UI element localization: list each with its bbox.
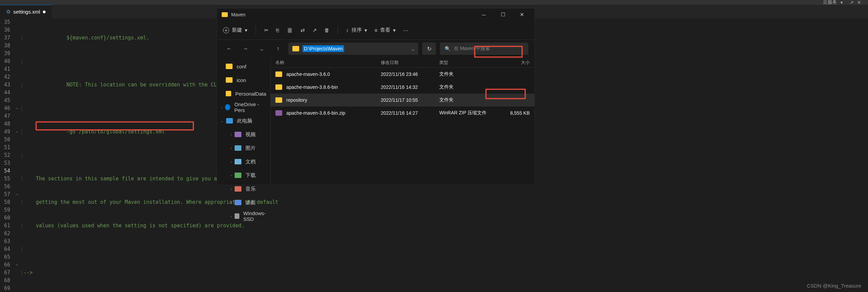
delete-button[interactable]: 🗑 <box>324 27 329 33</box>
col-date[interactable]: 修改日期 <box>381 60 439 66</box>
sidebar-item-music[interactable]: ›音乐 <box>217 182 270 196</box>
column-headers[interactable]: 名称 修改日期 类型 大小 <box>271 58 534 68</box>
recent-button[interactable]: ⌵ <box>256 43 268 55</box>
folder-icon <box>292 46 299 51</box>
zip-icon <box>275 110 282 116</box>
back-button[interactable]: ← <box>223 43 235 55</box>
sidebar-item-pictures[interactable]: ›图片 <box>217 141 270 155</box>
maximize-button[interactable]: ☐ <box>495 9 511 21</box>
chevron-right-icon: › <box>231 187 232 191</box>
search-icon: 🔍 <box>445 46 450 51</box>
view-button[interactable]: ≡ 查看 ▾ <box>375 27 396 33</box>
folder-icon <box>226 77 233 83</box>
address-bar[interactable]: D:\Projects\Maven ⌵ <box>288 43 418 55</box>
sidebar-item-onedrive[interactable]: ›OneDrive - Pers <box>217 100 270 114</box>
watermark: CSDN @King_Treasure <box>807 283 861 289</box>
folder-icon <box>222 12 228 17</box>
download-icon <box>235 173 241 178</box>
folder-icon <box>275 84 282 90</box>
folder-icon <box>275 71 282 77</box>
col-type[interactable]: 类型 <box>439 60 498 66</box>
file-row[interactable]: apache-maven-3.6.0 2022/11/16 23:46 文件夹 <box>271 68 534 81</box>
search-placeholder: 在 Maven 中搜索 <box>454 46 490 52</box>
explorer-body: conf icon PersonalData ›OneDrive - Pers … <box>217 58 534 185</box>
document-icon <box>235 159 241 164</box>
sidebar-item-pc[interactable]: ⌵此电脑 <box>217 114 270 128</box>
sidebar: conf icon PersonalData ›OneDrive - Pers … <box>217 58 271 185</box>
file-icon: ⚙ <box>6 9 11 15</box>
file-list: 名称 修改日期 类型 大小 apache-maven-3.6.0 2022/11… <box>271 58 534 185</box>
cut-button[interactable]: ✂ <box>264 27 269 33</box>
sidebar-item-video[interactable]: ›视频 <box>217 128 270 141</box>
search-box[interactable]: 🔍 在 Maven 中搜索 <box>440 43 528 55</box>
file-explorer-window: Maven ─ ☐ ✕ +新建▾ ✂ ⎘ 📋 ⇄ ↗ 🗑 ↕ 排序 ▾ ≡ 查看… <box>217 8 535 185</box>
drive-icon <box>235 213 239 219</box>
address-text: D:\Projects\Maven <box>303 45 344 52</box>
chevron-down-icon: ▾ <box>840 0 843 5</box>
new-button[interactable]: +新建▾ <box>223 27 248 33</box>
minimize-button[interactable]: ─ <box>476 9 492 21</box>
close-button[interactable]: ✕ <box>514 9 530 21</box>
window-icon[interactable]: ↗ <box>850 0 854 5</box>
tab-label: settings.xml <box>13 9 40 15</box>
fold-column: −− − − <box>14 18 20 292</box>
rename-button[interactable]: ⇄ <box>301 27 305 33</box>
top-menu-bar: 云服务 ▾ ↗ ✕ <box>0 0 868 5</box>
chevron-right-icon: › <box>231 200 232 205</box>
video-icon <box>235 132 241 137</box>
address-row: ← → ⌵ ↑ D:\Projects\Maven ⌵ ↻ 🔍 在 Maven … <box>217 40 534 58</box>
chevron-right-icon: › <box>231 146 232 150</box>
chevron-right-icon: › <box>231 214 232 218</box>
share-button[interactable]: ↗ <box>312 27 317 33</box>
pc-icon <box>226 118 233 124</box>
copy-button[interactable]: ⎘ <box>276 27 279 33</box>
forward-button[interactable]: → <box>239 43 252 55</box>
sidebar-item-ssd[interactable]: ›Windows-SSD <box>217 209 270 223</box>
folder-icon <box>226 64 233 69</box>
sidebar-item-personaldata[interactable]: PersonalData <box>217 87 270 100</box>
sidebar-item-documents[interactable]: ›文档 <box>217 155 270 168</box>
music-icon <box>235 186 241 192</box>
refresh-button[interactable]: ↻ <box>422 43 436 55</box>
modified-indicator-icon <box>43 11 46 13</box>
line-numbers: 3536373839 4041424344 4546474849 5051525… <box>0 18 14 292</box>
paste-button[interactable]: 📋 <box>287 27 293 33</box>
chevron-right-icon: › <box>231 132 232 136</box>
sidebar-item-icon[interactable]: icon <box>217 73 270 87</box>
sort-button[interactable]: ↕ 排序 ▾ <box>346 27 367 33</box>
window-title: Maven <box>231 12 473 17</box>
explorer-titlebar[interactable]: Maven ─ ☐ ✕ <box>217 9 534 21</box>
desktop-icon <box>235 200 241 205</box>
picture-icon <box>235 145 241 151</box>
col-size[interactable]: 大小 <box>498 60 530 66</box>
tab-settings-xml[interactable]: ⚙ settings.xml <box>0 5 52 18</box>
explorer-toolbar: +新建▾ ✂ ⎘ 📋 ⇄ ↗ 🗑 ↕ 排序 ▾ ≡ 查看 ▾ ⋯ <box>217 21 534 40</box>
file-row[interactable]: apache-maven-3.8.6-bin.zip 2022/11/16 14… <box>271 107 534 119</box>
folder-icon <box>226 91 231 96</box>
sidebar-item-conf[interactable]: conf <box>217 60 270 73</box>
file-row-repository[interactable]: repository 2022/11/17 10:55 文件夹 <box>271 94 534 107</box>
col-name[interactable]: 名称 <box>275 60 381 66</box>
chevron-right-icon: › <box>221 105 222 109</box>
chevron-right-icon: › <box>231 160 232 164</box>
sidebar-item-desktop[interactable]: ›桌面 <box>217 196 270 209</box>
cloud-icon <box>225 104 231 110</box>
chevron-down-icon: ⌵ <box>221 119 223 123</box>
chevron-down-icon[interactable]: ⌵ <box>411 46 415 52</box>
sidebar-item-downloads[interactable]: ›下载 <box>217 168 270 182</box>
more-button[interactable]: ⋯ <box>403 27 408 33</box>
folder-icon <box>275 97 282 103</box>
chevron-right-icon: › <box>231 173 232 177</box>
up-button[interactable]: ↑ <box>272 43 284 55</box>
file-row[interactable]: apache-maven-3.8.6-bin 2022/11/16 14:32 … <box>271 81 534 94</box>
close-icon[interactable]: ✕ <box>857 0 861 5</box>
